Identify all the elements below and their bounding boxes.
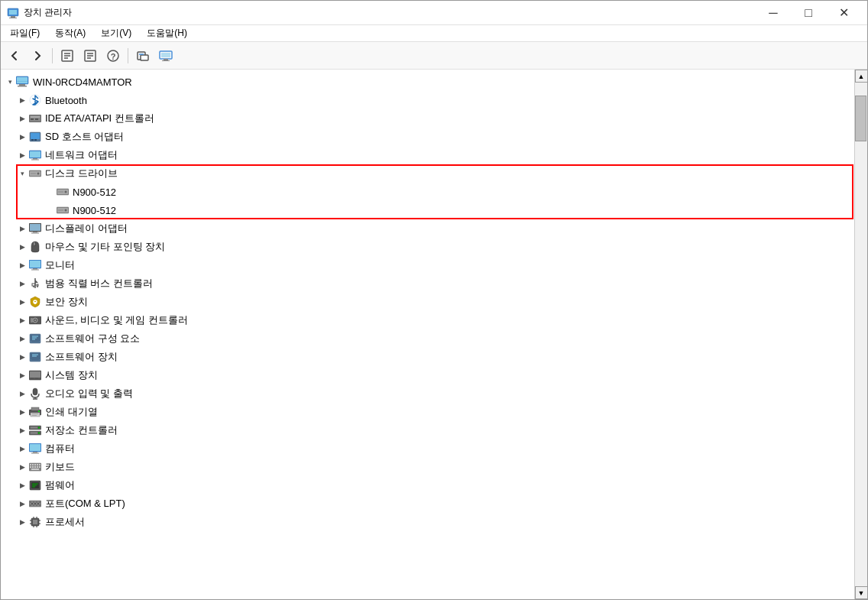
tree-item-ide[interactable]: ▶ IDE ATA/ATAPI 컨트롤러 — [1, 109, 854, 128]
mouse-icon — [28, 240, 42, 254]
help-button[interactable]: ? — [102, 45, 124, 66]
tree-item-computer[interactable]: ▶ 컴퓨터 — [1, 439, 854, 458]
tree-item-processor[interactable]: ▶ 프로세서 — [1, 513, 854, 531]
software-comp-expand-icon[interactable]: ▶ — [16, 332, 28, 345]
svg-point-134 — [36, 504, 37, 506]
menu-file[interactable]: 파일(F) — [4, 25, 46, 41]
svg-rect-2 — [11, 16, 15, 18]
scroll-up-arrow[interactable]: ▲ — [855, 70, 868, 83]
menu-view[interactable]: 보기(V) — [95, 25, 138, 41]
svg-point-128 — [30, 501, 31, 503]
svg-rect-23 — [19, 84, 25, 86]
port-expand-icon[interactable]: ▶ — [16, 498, 28, 510]
menu-action[interactable]: 동작(A) — [49, 25, 92, 41]
back-button[interactable] — [4, 45, 25, 66]
firmware-expand-icon[interactable]: ▶ — [16, 479, 28, 491]
properties-button[interactable] — [57, 45, 78, 66]
system-expand-icon[interactable]: ▶ — [16, 369, 28, 381]
update-driver-button[interactable] — [79, 45, 101, 66]
svg-rect-35 — [34, 139, 37, 141]
svg-rect-81 — [31, 359, 39, 361]
computer-expand-icon[interactable]: ▶ — [16, 443, 28, 455]
minimize-button[interactable]: ─ — [756, 1, 791, 25]
app-icon — [7, 7, 19, 19]
processor-label: 프로세서 — [45, 515, 85, 529]
display-expand-icon[interactable]: ▶ — [16, 222, 28, 235]
monitor-expand-icon[interactable]: ▶ — [16, 259, 28, 271]
printer-expand-icon[interactable]: ▶ — [16, 406, 28, 418]
disk-drive-group: ▾ 디스크 드라이브 — [1, 164, 854, 219]
svg-rect-29 — [31, 116, 40, 118]
processor-expand-icon[interactable]: ▶ — [16, 516, 28, 528]
tree-item-sd[interactable]: ▶ SD 호스트 어댑터 — [1, 128, 854, 146]
svg-point-125 — [31, 503, 33, 504]
svg-rect-72 — [31, 318, 33, 323]
menu-bar: 파일(F) 동작(A) 보기(V) 도움말(H) — [1, 25, 867, 42]
monitor-label: 모니터 — [45, 258, 75, 272]
tree-item-disk-drive[interactable]: ▾ 디스크 드라이브 — [1, 164, 854, 183]
tree-item-n900-512-2[interactable]: N900-512 — [1, 201, 854, 219]
tree-item-monitor[interactable]: ▶ 모니터 — [1, 256, 854, 274]
svg-rect-57 — [34, 242, 35, 245]
tree-item-port[interactable]: ▶ — [1, 495, 854, 513]
tree-root[interactable]: ▾ WIN-0RCD4MAMTOR — [1, 73, 854, 91]
scroll-down-arrow[interactable]: ▼ — [855, 586, 868, 599]
tree-item-software-comp[interactable]: ▶ 소프트웨어 구성 요소 — [1, 329, 854, 348]
svg-point-130 — [36, 501, 37, 503]
sd-expand-icon[interactable]: ▶ — [16, 131, 28, 143]
ide-expand-icon[interactable]: ▶ — [16, 112, 28, 125]
sound-expand-icon[interactable]: ▶ — [16, 314, 28, 326]
svg-point-96 — [38, 410, 40, 412]
audio-expand-icon[interactable]: ▶ — [16, 388, 28, 400]
forward-button[interactable] — [27, 45, 48, 66]
device-manager-toolbar-button[interactable] — [155, 45, 177, 66]
network-icon — [28, 148, 42, 162]
tree-item-storage[interactable]: ▶ 저장소 컨트롤러 — [1, 421, 854, 439]
tree-item-firmware[interactable]: ▶ 펌웨어 — [1, 476, 854, 495]
scrollbar[interactable]: ▲ ▼ — [854, 70, 867, 599]
security-expand-icon[interactable]: ▶ — [16, 296, 28, 308]
tree-item-usb[interactable]: ▶ 범용 직렬 버스 컨트롤러 — [1, 274, 854, 293]
keyboard-expand-icon[interactable]: ▶ — [16, 461, 28, 473]
root-label: WIN-0RCD4MAMTOR — [33, 76, 132, 88]
scroll-thumb[interactable] — [855, 96, 866, 141]
tree-item-keyboard[interactable]: ▶ — [1, 458, 854, 476]
tree-item-bluetooth[interactable]: ▶ Bluetooth — [1, 91, 854, 109]
tree-item-security[interactable]: ▶ 보안 장치 — [1, 293, 854, 311]
tree-item-sound[interactable]: ▶ 사운드, 비디오 및 게임 컨트롤러 — [1, 311, 854, 329]
mouse-expand-icon[interactable]: ▶ — [16, 241, 28, 253]
svg-text:?: ? — [111, 51, 116, 60]
disk-drive-expand-icon[interactable]: ▾ — [16, 167, 28, 180]
close-button[interactable]: ✕ — [826, 1, 861, 25]
storage-expand-icon[interactable]: ▶ — [16, 424, 28, 436]
tree-item-audio[interactable]: ▶ 오디오 입력 및 출력 — [1, 384, 854, 403]
menu-help[interactable]: 도움말(H) — [141, 25, 193, 41]
mouse-label: 마우스 및 기타 포인팅 장치 — [45, 240, 165, 254]
tree-item-system[interactable]: ▶ 시스템 장치 — [1, 366, 854, 384]
svg-point-131 — [39, 501, 40, 503]
device-tree[interactable]: ▾ WIN-0RCD4MAMTOR ▶ — [1, 70, 854, 599]
svg-rect-115 — [34, 466, 36, 468]
n900-512-2-label: N900-512 — [73, 205, 116, 216]
n900-2-icon — [56, 203, 70, 217]
tree-item-n900-512-1[interactable]: N900-512 — [1, 183, 854, 201]
svg-rect-25 — [17, 81, 28, 82]
svg-point-50 — [65, 209, 67, 212]
tree-item-mouse[interactable]: ▶ 마우스 및 기타 포인팅 장치 — [1, 238, 854, 256]
network-label: 네트워크 어댑터 — [45, 148, 118, 162]
firmware-icon — [28, 478, 42, 492]
tree-item-printer[interactable]: ▶ 인쇄 대기열 — [1, 403, 854, 421]
maximize-button[interactable]: □ — [791, 1, 826, 25]
bluetooth-expand-icon[interactable]: ▶ — [16, 94, 28, 106]
svg-rect-109 — [32, 464, 34, 465]
tree-item-display[interactable]: ▶ 디스플레이 어댑터 — [1, 219, 854, 238]
tree-item-network[interactable]: ▶ 네트워크 어댑터 — [1, 146, 854, 164]
root-expand-icon[interactable]: ▾ — [4, 76, 16, 88]
software-dev-expand-icon[interactable]: ▶ — [16, 351, 28, 363]
security-label: 보안 장치 — [45, 295, 88, 309]
window-title: 장치 관리자 — [24, 6, 756, 19]
usb-expand-icon[interactable]: ▶ — [16, 277, 28, 290]
network-expand-icon[interactable]: ▶ — [16, 149, 28, 161]
scan-button[interactable] — [132, 45, 154, 66]
tree-item-software-dev[interactable]: ▶ 소프트웨어 장치 — [1, 348, 854, 366]
